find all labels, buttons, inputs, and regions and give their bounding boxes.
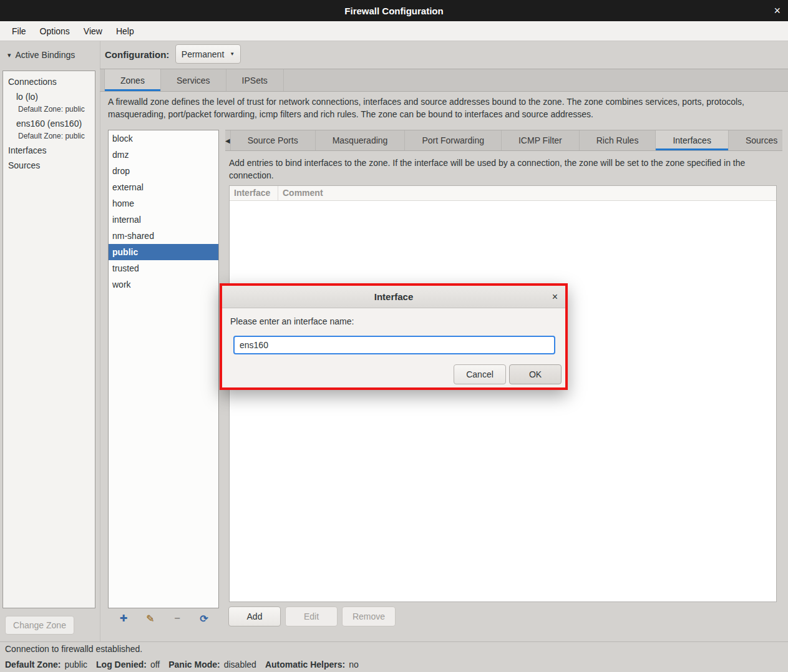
subtab-interfaces[interactable]: Interfaces — [656, 130, 728, 150]
interfaces-table-header: Interface Comment — [230, 186, 776, 201]
log-denied-label: Log Denied: — [96, 660, 147, 670]
configuration-label: Configuration: — [105, 49, 169, 60]
window-title: Firewall Configuration — [344, 6, 443, 16]
reload-zone-icon[interactable]: ⟳ — [198, 611, 210, 626]
default-zone-status: Default Zone: public — [5, 660, 87, 670]
log-denied-status: Log Denied: off — [96, 660, 160, 670]
status-message: Connection to firewalld established. — [5, 644, 142, 654]
zone-item-trusted[interactable]: trusted — [109, 260, 218, 276]
interfaces-actions: Add Edit Remove — [228, 606, 396, 626]
change-zone-button[interactable]: Change Zone — [5, 616, 74, 635]
dialog-buttons: Cancel OK — [454, 364, 562, 384]
chevron-down-icon: ▾ — [7, 52, 11, 59]
sidebar-separator — [100, 41, 100, 641]
configuration-value: Permanent — [182, 49, 224, 59]
zone-description: A firewalld zone defines the level of tr… — [108, 95, 774, 120]
statusline: Default Zone: public Log Denied: off Pan… — [5, 660, 359, 670]
panic-mode-value: disabled — [224, 660, 256, 670]
active-bindings-panel: Connections lo (lo) Default Zone: public… — [2, 71, 95, 608]
active-bindings-expander[interactable]: ▾ Active Bindings — [7, 47, 75, 62]
default-zone-label: Default Zone: — [5, 660, 61, 670]
menubar: File Options View Help — [0, 21, 788, 41]
sources-node[interactable]: Sources — [3, 158, 95, 173]
interfaces-table: Interface Comment — [229, 185, 777, 602]
active-bindings-label: Active Bindings — [16, 50, 75, 60]
automatic-helpers-status: Automatic Helpers: no — [265, 660, 359, 670]
ok-button[interactable]: OK — [509, 364, 562, 384]
window-close-icon[interactable]: × — [774, 0, 781, 21]
main-tabstrip: Zones Services IPSets — [100, 69, 788, 92]
menu-options[interactable]: Options — [33, 21, 77, 41]
panic-mode-status: Panic Mode: disabled — [168, 660, 256, 670]
subtab-masquerading[interactable]: Masquerading — [316, 130, 406, 150]
annotation-highlight: Interface × Please enter an interface na… — [220, 283, 568, 390]
interfaces-description: Add entries to bind interfaces to the zo… — [229, 157, 773, 182]
configuration-dropdown[interactable]: Permanent ▼ — [175, 44, 241, 64]
zone-item-nm-shared[interactable]: nm-shared — [109, 228, 218, 244]
menu-file[interactable]: File — [5, 21, 33, 41]
menu-view[interactable]: View — [77, 21, 109, 41]
default-zone-value: public — [64, 660, 87, 670]
edit-zone-icon[interactable]: ✎ — [144, 611, 157, 626]
subtab-sources[interactable]: Sources — [729, 130, 788, 150]
tab-ipsets[interactable]: IPSets — [226, 69, 284, 91]
zone-item-internal[interactable]: internal — [109, 212, 218, 228]
cancel-button[interactable]: Cancel — [454, 364, 506, 384]
dialog-title: Interface — [374, 291, 414, 302]
remove-button[interactable]: Remove — [342, 606, 396, 626]
interfaces-node[interactable]: Interfaces — [3, 143, 95, 158]
zone-item-block[interactable]: block — [109, 130, 218, 147]
subtab-port-forwarding[interactable]: Port Forwarding — [405, 130, 502, 150]
connection-ens160[interactable]: ens160 (ens160) — [3, 116, 95, 131]
zone-item-work[interactable]: work — [109, 276, 218, 293]
connections-node[interactable]: Connections — [3, 74, 95, 89]
status-separator — [0, 641, 788, 642]
zone-item-home[interactable]: home — [109, 195, 218, 212]
subtab-source-ports[interactable]: Source Ports — [230, 130, 316, 150]
automatic-helpers-label: Automatic Helpers: — [265, 660, 345, 670]
connection-ens160-zone: Default Zone: public — [3, 131, 95, 143]
zone-list: block dmz drop external home internal nm… — [108, 130, 219, 608]
subtab-rich-rules[interactable]: Rich Rules — [580, 130, 656, 150]
tab-zones[interactable]: Zones — [104, 69, 161, 91]
log-denied-value: off — [150, 660, 160, 670]
zone-item-public[interactable]: public — [109, 244, 218, 260]
menu-help[interactable]: Help — [109, 21, 141, 41]
zone-item-external[interactable]: external — [109, 179, 218, 195]
column-interface[interactable]: Interface — [230, 186, 278, 200]
add-button[interactable]: Add — [228, 606, 281, 626]
scroll-left-icon[interactable]: ◀ — [225, 130, 230, 150]
dropdown-arrow-icon: ▼ — [230, 51, 235, 57]
add-zone-icon[interactable]: ✚ — [117, 611, 130, 626]
connection-lo[interactable]: lo (lo) — [3, 89, 95, 104]
interface-name-input[interactable] — [233, 336, 555, 354]
connection-lo-zone: Default Zone: public — [3, 104, 95, 116]
zone-subtabstrip: ◀ Source Ports Masquerading Port Forward… — [225, 130, 782, 151]
automatic-helpers-value: no — [349, 660, 359, 670]
edit-button[interactable]: Edit — [285, 606, 338, 626]
remove-zone-icon[interactable]: − — [171, 611, 183, 626]
interface-dialog: Interface × Please enter an interface na… — [222, 286, 565, 387]
subtab-icmp-filter[interactable]: ICMP Filter — [502, 130, 580, 150]
panic-mode-label: Panic Mode: — [168, 660, 220, 670]
tab-services[interactable]: Services — [161, 69, 226, 91]
zone-item-dmz[interactable]: dmz — [109, 147, 218, 163]
dialog-prompt: Please enter an interface name: — [230, 316, 354, 326]
column-comment[interactable]: Comment — [278, 186, 776, 200]
zone-item-drop[interactable]: drop — [109, 163, 218, 179]
titlebar: Firewall Configuration × — [0, 0, 788, 21]
dialog-titlebar: Interface × — [222, 286, 565, 308]
zone-toolbar: ✚ ✎ − ⟳ — [117, 611, 210, 626]
dialog-close-icon[interactable]: × — [552, 286, 558, 308]
dialog-body: Please enter an interface name: Cancel O… — [222, 308, 565, 387]
